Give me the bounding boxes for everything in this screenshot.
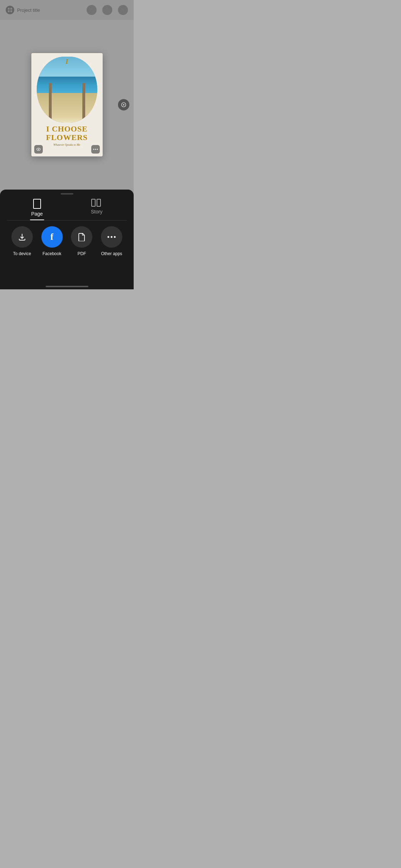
svg-point-9 [97, 149, 98, 150]
actions-row: To device f Facebook PDF [0, 221, 134, 256]
card-subtitle: Whatever Speaks to Me [53, 143, 80, 146]
project-title: Project title [17, 7, 40, 13]
svg-point-13 [114, 236, 116, 238]
pdf-label: PDF [77, 251, 86, 256]
card-eye-button[interactable] [34, 145, 43, 154]
page-tab-label: Page [31, 211, 43, 217]
top-bar: Project title [0, 0, 134, 20]
svg-point-6 [38, 149, 39, 150]
tab-story[interactable]: Story [67, 199, 127, 220]
to-device-icon [11, 226, 33, 248]
canvas-area: I I CHOOSE FLOWERS Whatever Speaks to Me [0, 20, 134, 190]
action-other-apps[interactable]: Other apps [101, 226, 122, 256]
action-pdf[interactable]: PDF [71, 226, 92, 256]
other-apps-label: Other apps [101, 251, 122, 256]
tab-page[interactable]: Page [7, 199, 67, 220]
pdf-icon [71, 226, 92, 248]
grid-icon[interactable] [6, 6, 14, 14]
profile-icon[interactable] [118, 5, 128, 15]
undo-icon[interactable] [87, 5, 97, 15]
other-apps-icon [101, 226, 122, 248]
svg-rect-3 [10, 10, 12, 12]
top-bar-right [87, 5, 128, 15]
facebook-icon: f [41, 226, 63, 248]
action-facebook[interactable]: f Facebook [41, 226, 63, 256]
svg-point-8 [95, 149, 96, 150]
facebook-f-logo: f [50, 232, 53, 242]
home-indicator [46, 286, 88, 287]
svg-rect-2 [8, 10, 10, 12]
card-title: I CHOOSE FLOWERS [46, 125, 88, 142]
story-tab-icon [91, 199, 102, 207]
tabs-row: Page Story [0, 195, 134, 220]
page-tab-icon [33, 199, 41, 209]
card-oval-image [37, 57, 97, 123]
action-to-device[interactable]: To device [11, 226, 33, 256]
facebook-label: Facebook [42, 251, 61, 256]
story-tab-label: Story [91, 209, 103, 215]
svg-rect-1 [10, 8, 12, 10]
float-action-button[interactable] [118, 99, 129, 110]
bottom-sheet: Page Story To device [0, 190, 134, 289]
svg-rect-0 [8, 8, 10, 10]
to-device-label: To device [13, 251, 31, 256]
svg-point-12 [111, 236, 113, 238]
design-card[interactable]: I I CHOOSE FLOWERS Whatever Speaks to Me [31, 53, 103, 156]
beach-sand [37, 93, 97, 123]
card-more-button[interactable] [91, 145, 100, 154]
boardwalk-right [82, 83, 85, 119]
beach-ocean [37, 77, 97, 93]
svg-point-11 [108, 236, 109, 238]
share-icon[interactable] [102, 5, 112, 15]
svg-point-7 [93, 149, 94, 150]
top-bar-left: Project title [6, 6, 40, 14]
boardwalk-left [49, 83, 52, 119]
card-letter: I [66, 58, 68, 66]
